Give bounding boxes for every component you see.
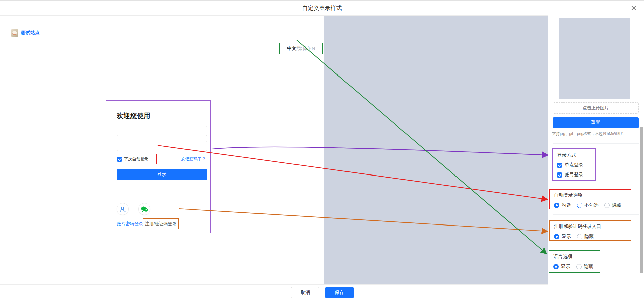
settings-panel: 点击上传图片 重置 支持jpg、gif、png格式，不超过5M的图片 登录方式 … xyxy=(548,15,644,300)
radio-hide[interactable] xyxy=(577,234,582,239)
radio-checked[interactable] xyxy=(554,203,559,208)
background-image-thumbnail xyxy=(559,18,630,99)
save-button[interactable]: 保存 xyxy=(325,287,354,298)
divider xyxy=(553,246,639,246)
divider xyxy=(553,143,639,144)
radio-label: 显示 xyxy=(561,264,570,270)
upload-image-button[interactable]: 点击上传图片 xyxy=(553,102,639,114)
radio-hide[interactable] xyxy=(576,264,582,269)
upload-hint: 支持jpg、gif、png格式，不超过5M的图片 xyxy=(552,131,641,137)
register-entry-radio-group: 显示 隐藏 xyxy=(554,234,631,240)
radio-label: 隐藏 xyxy=(612,202,621,208)
customize-login-style-dialog: 自定义登录样式 测试站点 中文/繁体/EN 欢迎您使用 下次自动登录 忘记密码了… xyxy=(0,0,644,300)
remember-annotation-box: 下次自动登录 xyxy=(112,154,157,164)
radio-label: 不勾选 xyxy=(584,202,598,208)
remember-checkbox[interactable] xyxy=(117,157,122,162)
language-option-hide[interactable]: 隐藏 xyxy=(576,264,593,270)
radio-show[interactable] xyxy=(553,264,559,269)
person-key-icon xyxy=(120,206,126,212)
username-input[interactable] xyxy=(117,126,207,136)
auto-login-title: 自动登录选项 xyxy=(554,192,631,198)
auto-login-option-unchecked[interactable]: 不勾选 xyxy=(577,202,598,208)
forgot-password-link[interactable]: 忘记密码了 ? xyxy=(181,156,205,162)
register-entry-title: 注册和验证码登录入口 xyxy=(554,223,631,230)
login-card: 欢迎您使用 下次自动登录 忘记密码了 ? 登录 xyxy=(106,100,211,233)
wechat-icon xyxy=(141,206,148,212)
login-heading: 欢迎您使用 xyxy=(117,111,150,120)
register-entry-hide[interactable]: 隐藏 xyxy=(577,234,594,240)
remember-label: 下次自动登录 xyxy=(124,156,148,162)
radio-label: 显示 xyxy=(561,234,571,240)
auto-login-option-hidden[interactable]: 隐藏 xyxy=(604,202,621,208)
language-option-radio-group: 显示 隐藏 xyxy=(553,264,600,270)
auto-login-section: 自动登录选项 勾选 不勾选 隐藏 xyxy=(549,189,631,209)
reset-button[interactable]: 重置 xyxy=(553,117,639,128)
dialog-title: 自定义登录样式 xyxy=(0,4,644,12)
radio-show[interactable] xyxy=(554,234,559,239)
language-others[interactable]: /繁体/EN xyxy=(297,46,315,52)
sso-login-label: 单点登录 xyxy=(565,162,583,168)
cancel-button[interactable]: 取消 xyxy=(291,287,319,298)
radio-unchecked[interactable] xyxy=(577,203,582,208)
auto-login-radio-group: 勾选 不勾选 隐藏 xyxy=(554,202,631,208)
language-current[interactable]: 中文 xyxy=(287,46,297,52)
auto-login-option-checked[interactable]: 勾选 xyxy=(554,202,571,208)
tab-register-code-login[interactable]: 注册/验证码登录 xyxy=(145,221,177,227)
language-option-title: 语言选项 xyxy=(553,254,600,260)
account-login-option[interactable]: 账号登录 xyxy=(557,172,595,178)
site-name: 测试站点 xyxy=(21,30,40,36)
login-methods-section: 登录方式 单点登录 账号登录 xyxy=(552,148,596,181)
divider xyxy=(553,214,639,215)
sso-login-checkbox[interactable] xyxy=(557,163,562,168)
language-option-section: 语言选项 显示 隐藏 xyxy=(549,250,600,273)
language-switcher[interactable]: 中文/繁体/EN xyxy=(279,43,323,54)
radio-label: 隐藏 xyxy=(584,234,594,240)
divider xyxy=(553,184,639,184)
wechat-login-icon[interactable] xyxy=(138,203,150,215)
scrollbar-thumb[interactable] xyxy=(640,127,643,273)
radio-hidden[interactable] xyxy=(604,203,610,208)
site-brand: 测试站点 xyxy=(11,29,40,37)
login-preview-pane: 测试站点 中文/繁体/EN 欢迎您使用 下次自动登录 忘记密码了 ? 登录 xyxy=(0,16,548,285)
account-login-icon[interactable] xyxy=(117,203,129,215)
register-tab-annotation-box: 注册/验证码登录 xyxy=(143,218,179,229)
dialog-header: 自定义登录样式 xyxy=(0,1,644,16)
account-login-checkbox[interactable] xyxy=(557,172,562,178)
social-login-row xyxy=(117,203,150,215)
login-methods-title: 登录方式 xyxy=(557,152,595,158)
sso-login-option[interactable]: 单点登录 xyxy=(557,162,595,168)
language-option-show[interactable]: 显示 xyxy=(553,264,570,270)
radio-label: 隐藏 xyxy=(584,264,593,270)
password-input[interactable] xyxy=(117,141,207,151)
register-entry-show[interactable]: 显示 xyxy=(554,234,571,240)
tab-account-password-login[interactable]: 账号密码登录 xyxy=(117,221,143,227)
site-logo-icon xyxy=(11,29,18,37)
close-icon[interactable] xyxy=(631,5,637,11)
login-button[interactable]: 登录 xyxy=(117,169,207,180)
account-login-label: 账号登录 xyxy=(565,172,583,178)
register-entry-section: 注册和验证码登录入口 显示 隐藏 xyxy=(549,220,631,241)
preview-background-placeholder xyxy=(324,16,548,284)
radio-label: 勾选 xyxy=(561,202,571,208)
